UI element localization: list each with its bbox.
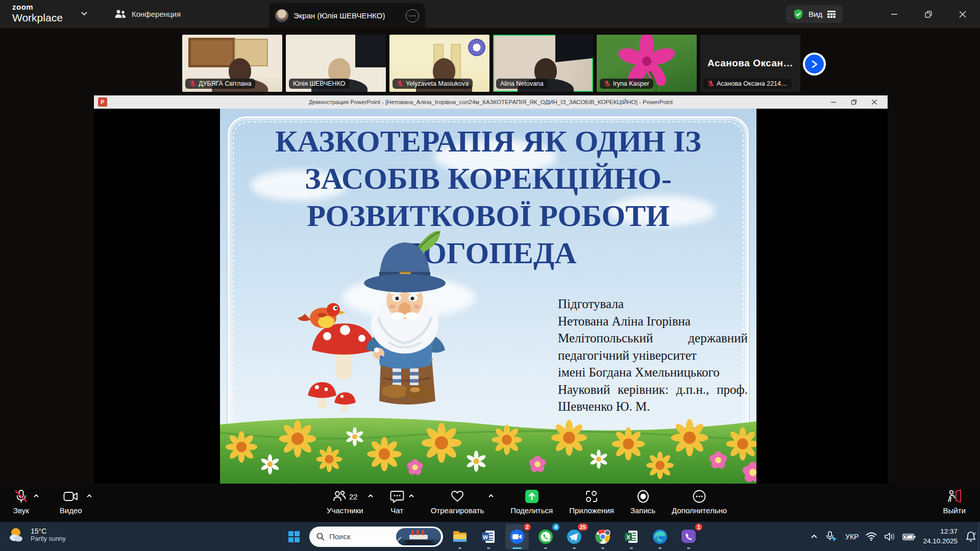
logo-zoom-text: zoom [12,3,63,11]
tray-clock[interactable]: 12:37 24.10.2025 [923,527,958,545]
participant-tile[interactable]: Yelyzaveta Masiukova [389,35,489,92]
leave-button[interactable]: Выйти [943,484,966,515]
gnome-illustration [297,225,511,424]
ppt-close-button[interactable] [864,95,885,109]
window-restore-button[interactable] [914,0,943,28]
taskbar-file-explorer[interactable] [448,524,472,549]
record-button[interactable]: Запись [630,484,655,515]
tray-mic-in-use-icon[interactable] [825,531,838,542]
chat-options-chevron[interactable] [408,484,414,498]
taskbar-zoom-active[interactable]: 2 [505,524,529,549]
participants-group-icon [114,9,127,19]
taskbar-viber[interactable]: 1 [677,524,700,549]
logo-workplace-text: Workplace [12,12,63,23]
participant-name: ДУБЯГА Світлана [199,80,251,87]
tray-notification-bell-icon[interactable]: z [965,531,977,543]
tab-meeting[interactable]: Конференция [109,0,186,28]
muted-mic-icon [189,80,196,87]
muted-mic-icon [14,489,28,504]
zoom-notification-badge: 2 [523,522,532,532]
participant-tile[interactable]: ДУБЯГА Світлана [182,35,282,92]
ppt-restore-button[interactable] [844,95,864,109]
taskbar-telegram[interactable]: 25 [562,524,586,549]
weather-condition: Partly sunny [31,535,66,542]
camera-icon [63,489,79,504]
chat-button[interactable]: Чат [390,484,404,515]
more-ellipsis-icon [692,489,706,504]
share-button-label: Поделиться [510,506,553,515]
participants-button[interactable]: 22 Участники [327,484,363,515]
participant-tile[interactable]: Iryna Kasper [597,35,697,92]
powerpoint-titlebar[interactable]: P Демонстрация PowerPoint - [Нетована_Ал… [94,95,888,109]
taskbar-whatsapp[interactable]: 4 [534,524,557,549]
tray-volume-icon[interactable] [884,532,895,541]
participants-button-label: Участники [327,506,363,515]
taskbar-edge[interactable] [648,524,672,549]
participants-count: 22 [349,492,358,501]
taskbar-chrome[interactable] [591,524,615,549]
audio-options-chevron[interactable] [33,484,39,498]
byline-line: Мелітопольський державний [558,330,748,347]
byline-line: Підготувала [558,295,748,313]
presenter-avatar [275,9,288,22]
slide-title-line: КАЗКОТЕРАПІЯ ЯК ОДИН ІЗ [240,123,736,160]
layout-grid-icon [827,11,836,18]
apps-icon [585,489,598,504]
participant-name-tag: Юлія ШЕВЧЕНКО [289,79,350,89]
video-button[interactable]: Видео [60,484,82,515]
participants-icon [332,490,347,503]
window-close-button[interactable] [948,0,977,28]
audio-button[interactable]: Звук [13,484,29,515]
view-button[interactable]: Вид [786,5,843,23]
react-button-label: Отреагировать [431,506,484,515]
byline-line: імені Богдана Хмельницького [558,364,748,381]
participant-tile-camera-off[interactable]: Асанова Оксан… Асанова Оксана 2214… [700,35,800,92]
participant-video-strip: ДУБЯГА Світлана Юлія ШЕВЧЕНКО Yelyzaveta… [182,35,800,92]
tray-language-indicator[interactable]: УКР [845,533,859,541]
taskbar-search-box[interactable]: Поиск [309,527,443,547]
participant-name-tag: Iryna Kasper [600,79,653,89]
share-button[interactable]: Поделиться [510,484,553,515]
tab-screen-share[interactable]: Экран (Юлія ШЕВЧЕНКО) ⋯ [269,3,425,28]
slide-title-line: ЗАСОБІВ КОРЕКЦІЙНО- [240,160,736,197]
video-options-chevron[interactable] [86,484,92,498]
presentation-slide: КАЗКОТЕРАПІЯ ЯК ОДИН ІЗ ЗАСОБІВ КОРЕКЦІЙ… [220,109,756,484]
taskbar-excel[interactable]: X [620,524,643,549]
tray-battery-icon[interactable] [902,533,916,541]
more-button[interactable]: Дополнительно [672,484,727,515]
weather-icon [7,525,26,544]
ppt-minimize-button[interactable] [823,95,844,109]
window-minimize-button[interactable] [879,0,909,28]
muted-mic-icon [397,80,403,87]
taskbar-word[interactable]: W [477,524,500,549]
powerpoint-window-controls [823,95,885,109]
zoom-control-toolbar: Звук Видео [0,484,980,522]
workspace-chevron-down-icon[interactable] [81,11,88,16]
react-options-chevron[interactable] [488,484,494,498]
tray-wifi-icon[interactable] [866,532,877,541]
react-button[interactable]: Отреагировать [431,484,484,515]
participant-tile[interactable]: Юлія ШЕВЧЕНКО [286,35,386,92]
participant-name: Iryna Kasper [613,80,649,87]
muted-mic-icon [604,80,610,87]
start-button[interactable] [284,527,304,547]
taskbar-weather-widget[interactable]: 15°C Partly sunny [7,525,66,544]
next-participants-page-button[interactable] [803,53,826,76]
weather-temperature: 15°C [31,527,66,536]
tray-date: 24.10.2025 [923,537,958,546]
record-button-label: Запись [630,506,655,515]
participant-tile-active-speaker[interactable]: Alina Netovana [493,35,593,92]
tray-show-hidden-icons-chevron[interactable] [811,534,818,539]
participant-name: Alina Netovana [500,80,544,87]
tab-more-options-icon[interactable]: ⋯ [406,9,419,22]
participant-name-tag: ДУБЯГА Світлана [185,79,255,89]
byline-line: Нетована Аліна Ігорівна [558,313,748,330]
powerpoint-window: P Демонстрация PowerPoint - [Нетована_Ал… [94,95,888,484]
search-highlight-image[interactable] [396,528,441,545]
apps-button[interactable]: Приложения [569,484,614,515]
tray-time: 12:37 [923,527,958,536]
windows-taskbar: 15°C Partly sunny Поиск [0,522,980,551]
participant-name-tag: Yelyzaveta Masiukova [393,79,473,89]
participants-options-chevron[interactable] [368,484,374,498]
svg-text:z: z [974,531,976,536]
